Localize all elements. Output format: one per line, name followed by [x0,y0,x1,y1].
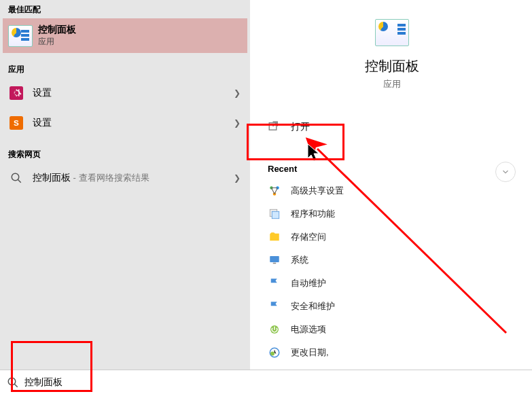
detail-panel: 控制面板 应用 打开 Recent 高级共享设置 程序和功能 存储空间 系统 自… [251,0,532,394]
search-icon [8,170,24,186]
recent-label: 高级共享设置 [291,185,344,197]
power-icon [268,323,281,336]
clock-icon [268,346,281,359]
recent-label: 自动维护 [291,277,326,289]
svg-line-4 [18,179,21,183]
best-match-header: 最佳匹配 [0,0,250,18]
programs-icon [268,207,281,221]
svg-rect-0 [10,86,23,100]
best-match-title: 控制面板 [38,24,76,36]
open-action[interactable]: 打开 [251,111,532,143]
chevron-right-icon: ❯ [234,88,241,98]
recent-label: 安全和维护 [291,300,335,312]
monitor-icon [268,253,281,267]
search-input[interactable] [24,377,525,388]
svg-point-15 [270,352,274,356]
chevron-right-icon: ❯ [234,173,241,183]
app-item-settings-1[interactable]: 设置 ❯ [0,78,250,108]
recent-item[interactable]: 安全和维护 [251,295,532,318]
recent-item[interactable]: 电源选项 [251,318,532,341]
svg-text:S: S [14,118,19,127]
network-icon [268,184,281,198]
app-label: 设置 [33,87,52,99]
control-panel-icon [8,26,33,46]
gear-icon [8,85,24,101]
control-panel-large-icon [375,19,409,46]
folder-icon [268,230,281,244]
recent-header: Recent [251,143,532,179]
web-label: 控制面板 - 查看网络搜索结果 [33,172,149,184]
open-icon [268,120,281,134]
svg-point-3 [12,173,19,181]
app-label: 设置 [33,117,52,129]
recent-label: 存储空间 [291,231,326,243]
best-match-subtitle: 应用 [38,36,76,48]
svg-point-16 [8,378,16,385]
expand-button[interactable] [495,162,516,182]
recent-label: 系统 [291,254,308,266]
recent-item[interactable]: 更改日期, [251,341,532,364]
recent-label: 电源选项 [291,323,326,336]
chevron-right-icon: ❯ [234,118,241,128]
search-icon [7,376,19,389]
web-header: 搜索网页 [0,145,250,163]
search-results-panel: 最佳匹配 控制面板 应用 应用 设置 ❯ S 设置 ❯ 搜索网页 控制面板 - … [0,0,250,394]
detail-subtitle: 应用 [251,78,532,90]
svg-rect-12 [273,263,277,264]
flag-icon [268,300,281,313]
svg-rect-10 [272,211,279,219]
best-match-control-panel[interactable]: 控制面板 应用 [3,18,247,53]
detail-header: 控制面板 应用 [251,0,532,90]
recent-label: 更改日期, [291,346,329,359]
recent-item[interactable]: 高级共享设置 [251,179,532,202]
recent-item[interactable]: 程序和功能 [251,202,532,226]
recent-item[interactable]: 自动维护 [251,272,532,295]
settings-orange-icon: S [8,115,24,131]
app-item-settings-2[interactable]: S 设置 ❯ [0,108,250,138]
svg-line-17 [14,384,18,387]
recent-label: 程序和功能 [291,208,335,220]
apps-header: 应用 [0,60,250,78]
recent-item[interactable]: 存储空间 [251,226,532,249]
flag-icon [268,276,281,290]
web-search-item[interactable]: 控制面板 - 查看网络搜索结果 ❯ [0,163,250,193]
recent-item[interactable]: 系统 [251,249,532,272]
search-bar [0,370,532,394]
detail-title: 控制面板 [251,57,532,75]
open-label: 打开 [291,121,310,133]
svg-rect-11 [270,256,279,262]
